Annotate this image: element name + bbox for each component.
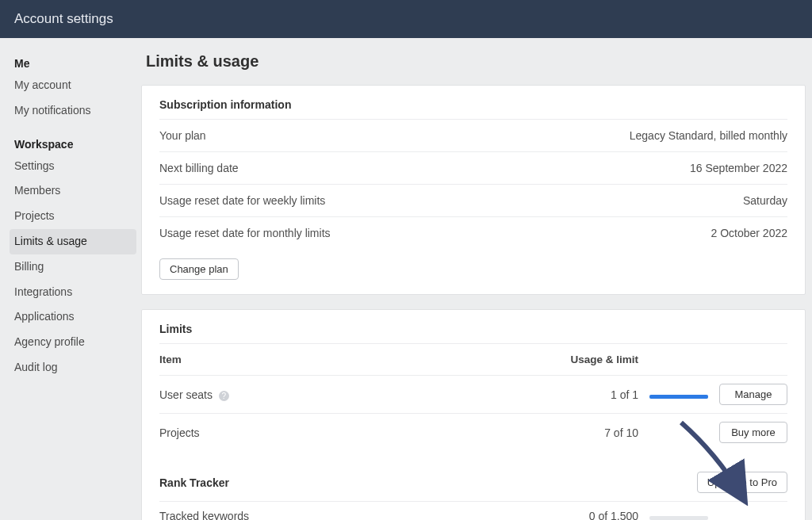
sidebar-item-my-notifications[interactable]: My notifications: [10, 98, 136, 124]
row-value: Legacy Standard, billed monthly: [630, 129, 787, 142]
manage-button[interactable]: Manage: [719, 384, 787, 405]
usage-bar: [649, 395, 708, 399]
sidebar-section-me: Me: [10, 54, 136, 73]
limit-row-projects: Projects 7 of 10 Buy more: [159, 413, 787, 451]
limit-usage: 1 of 1: [467, 388, 649, 401]
topbar-title: Account settings: [14, 11, 113, 26]
subscription-card: Subscription information Your plan Legac…: [141, 85, 806, 295]
help-icon[interactable]: ?: [219, 391, 229, 401]
subscription-row-monthly-reset: Usage reset date for monthly limits 2 Oc…: [159, 216, 787, 249]
main-content: Limits & usage Subscription information …: [141, 38, 812, 520]
sidebar-item-billing[interactable]: Billing: [10, 254, 136, 280]
limit-usage: 7 of 10: [467, 426, 649, 439]
subscription-row-plan: Your plan Legacy Standard, billed monthl…: [159, 119, 787, 151]
topbar: Account settings: [0, 0, 812, 38]
col-item-header: Item: [159, 354, 467, 365]
rank-tracker-label: Rank Tracker: [159, 476, 229, 489]
row-label: Usage reset date for monthly limits: [159, 227, 331, 239]
limit-row-tracked-keywords: Tracked keywords 0 of 1,500: [159, 501, 787, 520]
usage-bar: [649, 516, 708, 520]
sidebar-section-workspace: Workspace: [10, 135, 136, 154]
sidebar-item-audit-log[interactable]: Audit log: [10, 355, 136, 380]
sidebar-item-settings[interactable]: Settings: [10, 154, 136, 179]
sidebar-item-projects[interactable]: Projects: [10, 204, 136, 229]
row-label: Usage reset date for weekly limits: [159, 194, 325, 207]
subscription-row-weekly-reset: Usage reset date for weekly limits Satur…: [159, 184, 787, 216]
change-plan-button[interactable]: Change plan: [159, 258, 239, 280]
sidebar-item-limits-usage[interactable]: Limits & usage: [10, 229, 136, 254]
row-value: 16 September 2022: [690, 162, 787, 174]
sidebar-item-my-account[interactable]: My account: [10, 73, 136, 98]
upgrade-to-pro-button[interactable]: Upgrade to Pro: [697, 472, 787, 493]
buy-more-button[interactable]: Buy more: [719, 422, 787, 443]
sidebar: Me My account My notifications Workspace…: [0, 38, 141, 520]
sidebar-item-integrations[interactable]: Integrations: [10, 280, 136, 305]
limit-item-label: Tracked keywords: [159, 510, 467, 520]
row-value: Saturday: [743, 194, 787, 207]
subscription-card-title: Subscription information: [159, 86, 787, 119]
sidebar-item-agency-profile[interactable]: Agency profile: [10, 330, 136, 355]
limit-item-label: Projects: [159, 426, 467, 439]
rank-tracker-section: Rank Tracker Upgrade to Pro: [159, 451, 787, 501]
sidebar-item-members[interactable]: Members: [10, 178, 136, 204]
limits-card-title: Limits: [159, 310, 787, 343]
row-value: 2 October 2022: [710, 227, 787, 239]
limits-card: Limits Item Usage & limit User seats ? 1…: [141, 309, 806, 520]
sidebar-item-applications[interactable]: Applications: [10, 304, 136, 330]
row-label: Next billing date: [159, 162, 239, 174]
limit-item-label: User seats: [159, 388, 213, 401]
page-title: Limits & usage: [146, 52, 806, 71]
limit-row-user-seats: User seats ? 1 of 1 Manage: [159, 375, 787, 413]
subscription-row-next-billing: Next billing date 16 September 2022: [159, 151, 787, 184]
limit-usage: 0 of 1,500: [467, 510, 649, 520]
limits-header-row: Item Usage & limit: [159, 343, 787, 375]
col-usage-header: Usage & limit: [467, 354, 649, 365]
row-label: Your plan: [159, 129, 206, 142]
